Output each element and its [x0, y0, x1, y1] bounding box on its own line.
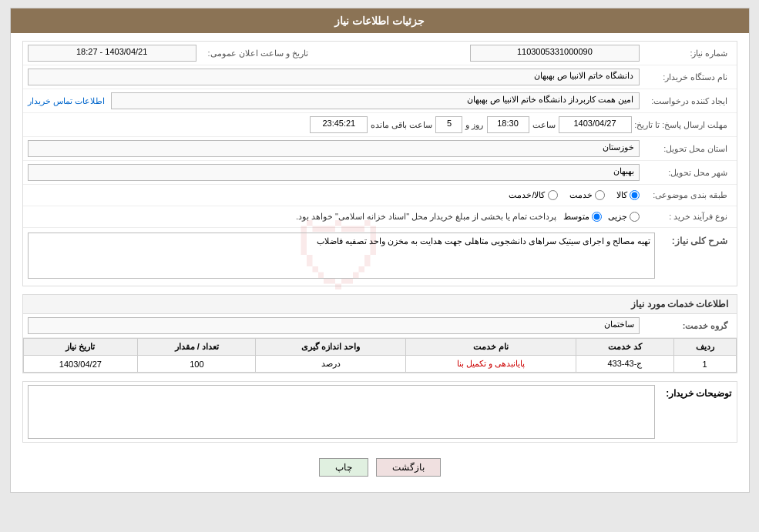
- service-group-row: گروه خدمت: ساختمان: [23, 314, 737, 338]
- category-goods-label: کالا: [616, 190, 627, 200]
- process-radio-group: جزیی متوسط پرداخت تمام یا بخشی از مبلغ خ…: [28, 212, 640, 222]
- back-button[interactable]: بازگشت: [376, 458, 441, 477]
- need-number-label: شماره نیاز:: [640, 49, 732, 59]
- process-medium-label: متوسط: [563, 212, 589, 222]
- col-quantity: تعداد / مقدار: [138, 339, 256, 356]
- category-option-service[interactable]: خدمت: [569, 190, 605, 200]
- description-wrapper: 🛡: [28, 233, 655, 281]
- reply-remaining-label: ساعت باقی مانده: [371, 120, 432, 130]
- announcement-date-value: 1403/04/21 - 18:27: [28, 45, 196, 62]
- services-table-body: 1 ج-43-433 پایانبدهی و تکمیل بنا درصد 10…: [23, 356, 736, 373]
- category-service-label: خدمت: [569, 190, 593, 200]
- buyer-notes-label: توضیحات خریدار:: [655, 385, 732, 399]
- reply-deadline-row: مهلت ارسال پاسخ: تا تاریخ: 1403/04/27 سا…: [23, 113, 737, 137]
- description-row: شرح کلی نیاز: 🛡: [23, 228, 737, 286]
- reply-days-label: روز و: [465, 120, 483, 130]
- delivery-province-row: استان محل تحویل: خوزستان: [23, 137, 737, 161]
- col-date: تاریخ نیاز: [23, 339, 138, 356]
- process-description: پرداخت تمام یا بخشی از مبلغ خریدار محل "…: [28, 212, 557, 222]
- process-option-partial[interactable]: جزیی: [608, 212, 640, 222]
- print-button[interactable]: چاپ: [319, 458, 368, 477]
- creator-label: ایجاد کننده درخواست:: [640, 96, 732, 106]
- services-section-header: اطلاعات خدمات مورد نیاز: [22, 294, 737, 313]
- services-section: گروه خدمت: ساختمان ردیف کد خدمت نام خدمت…: [22, 313, 737, 373]
- cell-row-num: 1: [673, 356, 736, 373]
- category-option-goods[interactable]: کالا: [616, 190, 640, 200]
- process-type-label: نوع فرآیند خرید :: [640, 212, 732, 222]
- table-row: 1 ج-43-433 پایانبدهی و تکمیل بنا درصد 10…: [23, 356, 736, 373]
- content-area: شماره نیاز: 1103005331000090 تاریخ و ساع…: [11, 33, 749, 492]
- form-section: شماره نیاز: 1103005331000090 تاریخ و ساع…: [22, 41, 737, 286]
- delivery-province-value: خوزستان: [28, 140, 640, 157]
- contact-info-link[interactable]: اطلاعات تماس خریدار: [28, 96, 105, 106]
- creator-row: ایجاد کننده درخواست: امین همت کاربرداز د…: [23, 89, 737, 113]
- announcement-date-label: تاریخ و ساعت اعلان عمومی:: [196, 49, 312, 59]
- cell-unit: درصد: [256, 356, 406, 373]
- col-unit: واحد اندازه گیری: [256, 339, 406, 356]
- category-label: طبقه بندی موضوعی:: [640, 190, 732, 200]
- need-number-row: شماره نیاز: 1103005331000090 تاریخ و ساع…: [23, 42, 737, 65]
- cell-name: پایانبدهی و تکمیل بنا: [406, 356, 576, 373]
- reply-days: 5: [435, 116, 462, 133]
- col-row-num: ردیف: [673, 339, 736, 356]
- cell-quantity: 100: [138, 356, 256, 373]
- buyer-name-value: دانشگاه خاتم الانبیا ص بهبهان: [28, 69, 640, 85]
- category-radio-group: کالا خدمت کالا/خدمت: [28, 190, 640, 200]
- description-label: شرح کلی نیاز:: [655, 233, 732, 246]
- main-container: جزئیات اطلاعات نیاز شماره نیاز: 11030053…: [10, 8, 750, 493]
- buttons-row: بازگشت چاپ: [22, 450, 737, 484]
- buyer-name-label: نام دستگاه خریدار:: [640, 72, 732, 82]
- delivery-city-row: شهر محل تحویل: بهبهان: [23, 161, 737, 185]
- category-option-both[interactable]: کالا/خدمت: [509, 190, 557, 200]
- delivery-city-value: بهبهان: [28, 164, 640, 181]
- col-name: نام خدمت: [406, 339, 576, 356]
- reply-remaining: 23:45:21: [310, 116, 368, 133]
- delivery-province-label: استان محل تحویل:: [640, 144, 732, 154]
- reply-deadline-label: مهلت ارسال پاسخ: تا تاریخ:: [632, 120, 732, 130]
- buyer-notes-section: توضیحات خریدار:: [22, 381, 737, 443]
- cell-date: 1403/04/27: [23, 356, 138, 373]
- description-textarea[interactable]: [28, 233, 655, 279]
- process-type-row: نوع فرآیند خرید : جزیی متوسط پرداخت تمام…: [23, 206, 737, 228]
- cell-code: ج-43-433: [576, 356, 674, 373]
- need-number-value: 1103005331000090: [470, 45, 639, 62]
- process-partial-label: جزیی: [608, 212, 627, 222]
- buyer-notes-row: توضیحات خریدار:: [23, 382, 737, 442]
- services-table: ردیف کد خدمت نام خدمت واحد اندازه گیری ت…: [23, 338, 737, 373]
- category-row: طبقه بندی موضوعی: کالا خدمت کالا/خدمت: [23, 185, 737, 206]
- col-code: کد خدمت: [576, 339, 674, 356]
- reply-time-label: ساعت: [532, 120, 556, 130]
- creator-value: امین همت کاربرداز دانشگاه خاتم الانبیا ص…: [111, 92, 640, 109]
- group-value: ساختمان: [28, 317, 640, 334]
- category-both-label: کالا/خدمت: [509, 190, 545, 200]
- group-label: گروه خدمت:: [640, 321, 732, 331]
- services-table-header: ردیف کد خدمت نام خدمت واحد اندازه گیری ت…: [23, 339, 736, 356]
- page-title: جزئیات اطلاعات نیاز: [11, 8, 749, 33]
- delivery-city-label: شهر محل تحویل:: [640, 168, 732, 178]
- reply-date: 1403/04/27: [559, 116, 632, 133]
- reply-time: 18:30: [487, 116, 529, 133]
- buyer-notes-textarea[interactable]: [28, 385, 655, 439]
- process-option-medium[interactable]: متوسط: [563, 212, 602, 222]
- buyer-name-row: نام دستگاه خریدار: دانشگاه خاتم الانبیا …: [23, 65, 737, 89]
